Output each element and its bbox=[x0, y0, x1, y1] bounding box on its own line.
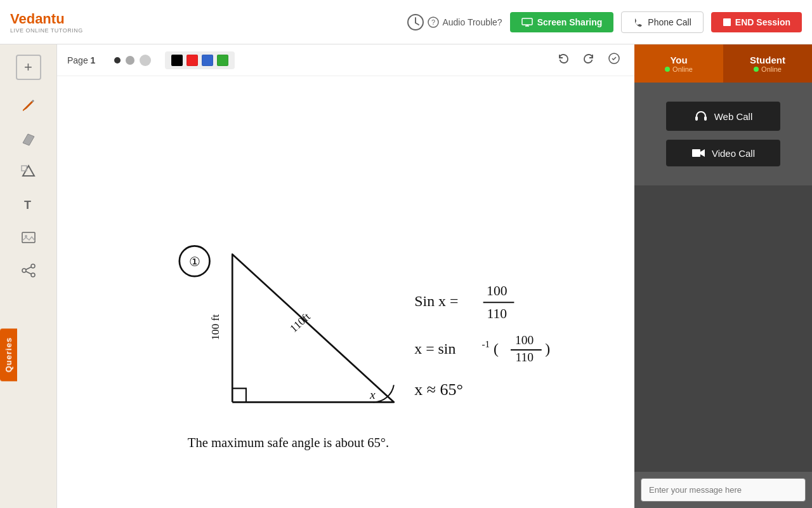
eraser-icon bbox=[20, 130, 37, 147]
video-call-label: Video Call bbox=[712, 148, 755, 159]
student-name: Student bbox=[750, 55, 785, 65]
tool-image[interactable] bbox=[15, 224, 43, 251]
svg-line-2 bbox=[416, 23, 419, 25]
tool-share[interactable] bbox=[15, 257, 43, 284]
tool-text[interactable]: T bbox=[15, 190, 43, 218]
color-blue[interactable] bbox=[202, 55, 213, 66]
right-panel: You Online Student Online Web Call bbox=[634, 44, 812, 508]
page-label: Page 1 bbox=[67, 55, 95, 65]
svg-text:T: T bbox=[24, 199, 31, 211]
end-session-label: END Session bbox=[735, 17, 790, 27]
audio-trouble-label: Audio Trouble? bbox=[442, 17, 502, 27]
svg-text:①: ① bbox=[189, 255, 200, 269]
svg-text:): ) bbox=[545, 341, 550, 358]
svg-text:x = sin: x = sin bbox=[414, 341, 455, 358]
shapes-icon bbox=[20, 163, 37, 180]
brush-size-large[interactable] bbox=[140, 55, 151, 66]
student-status-text: Online bbox=[761, 65, 782, 73]
logo-sub: LIVE ONLINE TUTORING bbox=[10, 27, 83, 34]
web-call-button[interactable]: Web Call bbox=[666, 102, 780, 131]
color-red[interactable] bbox=[187, 55, 198, 66]
participant-student[interactable]: Student Online bbox=[723, 44, 812, 83]
whiteboard-area: Page 1 bbox=[57, 44, 634, 508]
logo-area: Vedantu LIVE ONLINE TUTORING bbox=[10, 11, 83, 34]
brush-size-medium[interactable] bbox=[126, 56, 134, 65]
color-black[interactable] bbox=[171, 55, 183, 66]
pen-icon bbox=[20, 97, 37, 114]
participants-bar: You Online Student Online bbox=[634, 44, 812, 83]
svg-rect-41 bbox=[692, 149, 700, 157]
chat-input-area bbox=[634, 471, 812, 508]
svg-rect-40 bbox=[704, 116, 707, 121]
header: Vedantu LIVE ONLINE TUTORING ? Audio Tro… bbox=[0, 0, 812, 44]
question-circle-icon: ? bbox=[428, 17, 439, 28]
brush-size-small[interactable] bbox=[114, 57, 121, 64]
svg-rect-39 bbox=[695, 116, 698, 121]
toolbar-actions bbox=[553, 50, 624, 70]
svg-text:x ≈ 65°: x ≈ 65° bbox=[414, 381, 463, 399]
call-buttons-area: Web Call Video Call bbox=[634, 83, 812, 185]
edit-button[interactable] bbox=[604, 50, 624, 70]
you-name: You bbox=[670, 55, 687, 65]
phone-call-label: Phone Call bbox=[648, 17, 691, 27]
svg-text:?: ? bbox=[431, 18, 435, 26]
redo-icon bbox=[582, 52, 595, 65]
end-bold: END bbox=[735, 17, 754, 27]
svg-text:100: 100 bbox=[487, 283, 507, 298]
add-page-button[interactable]: + bbox=[16, 55, 41, 80]
svg-point-15 bbox=[31, 264, 35, 268]
svg-text:Sin x =: Sin x = bbox=[414, 293, 458, 309]
left-sidebar: + T bbox=[0, 44, 57, 508]
share-icon bbox=[20, 262, 37, 279]
you-status-text: Online bbox=[672, 65, 693, 73]
video-icon bbox=[691, 147, 705, 159]
queries-tab[interactable]: Queries bbox=[0, 328, 17, 381]
svg-text:100: 100 bbox=[515, 333, 534, 347]
screen-sharing-button[interactable]: Screen Sharing bbox=[510, 12, 614, 32]
brush-sizes bbox=[114, 55, 151, 66]
stop-icon bbox=[723, 18, 731, 27]
svg-point-16 bbox=[31, 273, 35, 277]
svg-point-17 bbox=[22, 269, 26, 272]
color-green[interactable] bbox=[217, 55, 228, 66]
svg-marker-9 bbox=[23, 134, 34, 145]
undo-icon bbox=[557, 52, 570, 65]
participant-you[interactable]: You Online bbox=[634, 44, 723, 83]
svg-rect-13 bbox=[22, 232, 35, 243]
student-status-dot bbox=[754, 67, 759, 72]
undo-button[interactable] bbox=[553, 50, 573, 70]
end-session-button[interactable]: END Session bbox=[711, 12, 802, 32]
clock-icon bbox=[407, 13, 424, 31]
student-status: Online bbox=[754, 65, 782, 73]
whiteboard-canvas[interactable]: ① x 100 ft 110ft Sin x = 100 bbox=[57, 76, 634, 508]
tool-shapes[interactable] bbox=[15, 157, 43, 185]
image-icon bbox=[20, 229, 37, 246]
phone-call-button[interactable]: Phone Call bbox=[621, 11, 704, 33]
headphone-icon bbox=[694, 109, 708, 123]
svg-text:110: 110 bbox=[515, 351, 534, 364]
svg-rect-5 bbox=[522, 18, 532, 25]
svg-text:The maximum safe angle is abou: The maximum safe angle is about 65°. bbox=[188, 436, 389, 450]
end-rest: Session bbox=[754, 17, 790, 27]
chat-input[interactable] bbox=[641, 478, 806, 502]
tool-pen[interactable] bbox=[15, 91, 43, 119]
you-status-dot bbox=[665, 67, 670, 72]
header-center: ? Audio Trouble? Screen Sharing Phone Ca… bbox=[407, 11, 802, 33]
main-layout: + T Page 1 bbox=[0, 44, 812, 508]
tool-eraser[interactable] bbox=[15, 124, 43, 152]
redo-button[interactable] bbox=[579, 50, 599, 70]
math-drawing: ① x 100 ft 110ft Sin x = 100 bbox=[57, 76, 634, 508]
screen-sharing-icon bbox=[521, 18, 533, 27]
video-call-button[interactable]: Video Call bbox=[666, 140, 780, 166]
audio-trouble-button[interactable]: ? Audio Trouble? bbox=[407, 13, 502, 31]
svg-text:110ft: 110ft bbox=[287, 311, 313, 335]
color-swatches bbox=[165, 51, 235, 69]
edit-icon bbox=[608, 52, 620, 65]
svg-text:100 ft: 100 ft bbox=[209, 314, 221, 340]
you-status: Online bbox=[665, 65, 693, 73]
screen-sharing-label: Screen Sharing bbox=[537, 17, 603, 27]
phone-icon bbox=[633, 17, 643, 27]
svg-text:-1: -1 bbox=[481, 338, 490, 349]
svg-text:(: ( bbox=[494, 341, 499, 358]
svg-text:110: 110 bbox=[487, 306, 507, 321]
